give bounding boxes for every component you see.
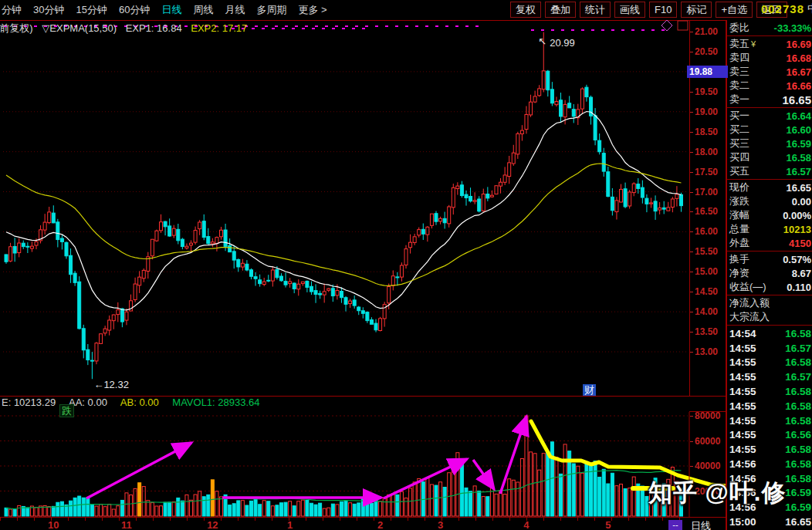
info2-row-0-value: 0.57% xyxy=(783,254,811,265)
month-label-4: 4 xyxy=(523,519,529,530)
tick-price: 16.57 xyxy=(785,343,811,354)
toolbar-button-3[interactable]: 画线 xyxy=(614,2,645,18)
tick-row-6: 14:5516.58 xyxy=(727,414,812,428)
volume-axis-label: 40000 xyxy=(695,461,720,471)
tick-time: 14:56 xyxy=(729,458,756,470)
ask-row-5[interactable]: 卖五¥16.69 xyxy=(727,37,812,51)
month-label-2: 2 xyxy=(377,519,383,530)
tick-row-3: 14:5516.57 xyxy=(727,370,812,384)
event-marker-finance[interactable]: 财 xyxy=(583,384,596,396)
price-axis-label: 21.00 xyxy=(695,26,718,37)
candlestick-chart[interactable]: (前复权) ▽EXPMA(15,50) EXP1: 16.84 EXP2: 17… xyxy=(0,20,690,396)
tick-row-8: 14:5516.58 xyxy=(727,442,812,457)
volume-aa-value: AA: 0.00 xyxy=(69,397,107,408)
price-tick xyxy=(690,211,693,212)
indicator-name: ▽EXPMA(15,50) xyxy=(42,22,117,34)
bid-row-1[interactable]: 买一16.64 xyxy=(727,109,812,123)
info-section-1: 现价16.65涨跌0.00涨幅0.00%总量10213外盘4150 xyxy=(727,180,812,251)
tab-period-4[interactable]: 日线 xyxy=(161,3,181,17)
price-axis-label: 14.50 xyxy=(695,286,718,297)
price-axis-label: 15.50 xyxy=(695,246,718,257)
info2-row-0-label: 换手 xyxy=(729,252,749,266)
month-label-3: 3 xyxy=(438,519,443,530)
mavol1-value: MAVOL1: 28933.64 xyxy=(172,397,259,408)
tick-row-13: 15:0016.65 xyxy=(727,515,812,529)
bid-row-2[interactable]: 买二16.60 xyxy=(727,123,812,137)
ask-row-3-value: 16.67 xyxy=(786,66,811,78)
volume-tick xyxy=(690,466,693,467)
info1-row-2-label: 涨幅 xyxy=(729,208,749,222)
toolbar-button-5[interactable]: 标记 xyxy=(681,2,712,18)
volume-axis-label: 60000 xyxy=(695,436,720,447)
corner-indicator[interactable]: -- xyxy=(668,520,682,530)
panel-link-0[interactable]: 净流入额 xyxy=(727,296,812,310)
tick-price: 16.58 xyxy=(785,473,811,484)
toolbar-button-6[interactable]: +自选 xyxy=(716,2,753,18)
axis-divider xyxy=(689,411,726,412)
bid-row-5[interactable]: 买五16.57 xyxy=(727,164,812,178)
tick-time: 15:00 xyxy=(729,516,756,528)
price-axis-label: 13.50 xyxy=(695,326,718,337)
tick-price: 16.56 xyxy=(785,429,811,441)
tab-period-5[interactable]: 周线 xyxy=(193,3,213,17)
tick-row-9: 14:5616.58 xyxy=(727,457,812,471)
tick-price: 16.65 xyxy=(785,516,811,528)
toolbar-button-0[interactable]: 复权 xyxy=(510,2,541,18)
currency-flag-icon: ¥ xyxy=(751,39,756,49)
panel-link-1[interactable]: 大宗流入 xyxy=(727,310,812,324)
ask-row-1[interactable]: 卖一16.65 xyxy=(727,93,812,106)
corner-period-label[interactable]: 日线 xyxy=(691,519,711,530)
info1-row-4-label: 外盘 xyxy=(729,236,749,250)
price-axis-label: 17.50 xyxy=(695,167,718,177)
stock-code: 002738 xyxy=(761,2,804,15)
volume-tick xyxy=(690,441,693,442)
toolbar-button-4[interactable]: F10 xyxy=(649,2,677,18)
info2-row-2: 收益(—)0.110 xyxy=(727,280,812,294)
adjust-mode-label: (前复权) xyxy=(0,22,33,34)
event-marker-down[interactable]: 跌 xyxy=(59,404,74,417)
tick-row-1: 14:5516.57 xyxy=(727,341,812,356)
price-axis-label: 18.00 xyxy=(695,147,718,157)
bid-row-3-label: 买三 xyxy=(729,137,749,150)
price-tick xyxy=(690,92,693,93)
tick-time: 14:55 xyxy=(729,371,756,383)
ask-row-2[interactable]: 卖二16.66 xyxy=(727,79,812,93)
price-tick xyxy=(690,52,693,52)
toolbar-button-2[interactable]: 统计 xyxy=(580,2,611,18)
info1-row-2: 涨幅0.00% xyxy=(727,208,812,222)
tick-time: 14:55 xyxy=(729,444,756,455)
bid-row-1-value: 16.64 xyxy=(786,110,811,122)
price-tick xyxy=(690,231,693,232)
bid-row-4-label: 买四 xyxy=(729,150,749,164)
weibi-row-label: 委比 xyxy=(729,21,749,35)
ask-row-4[interactable]: 卖四16.68 xyxy=(727,51,812,65)
price-tick xyxy=(690,112,693,113)
ask-row-3[interactable]: 卖三16.67 xyxy=(727,65,812,79)
price-tick xyxy=(690,132,693,133)
weibi-row: 委比-33.33% xyxy=(727,21,812,35)
bid-row-4-value: 16.58 xyxy=(786,152,811,164)
toolbar-button-1[interactable]: 叠加 xyxy=(545,2,576,18)
month-label-5: 5 xyxy=(605,519,611,530)
svg-text:20.99: 20.99 xyxy=(550,37,575,49)
tab-period-7[interactable]: 多周期 xyxy=(256,3,286,17)
tab-period-0[interactable]: 分钟 xyxy=(2,3,22,17)
price-axis-label: 15.00 xyxy=(695,266,718,277)
ask-row-5-value: 16.69 xyxy=(786,39,811,50)
tab-period-1[interactable]: 30分钟 xyxy=(33,3,64,17)
ask-row-1-label: 卖一 xyxy=(729,93,749,106)
tab-period-6[interactable]: 月线 xyxy=(225,3,245,17)
tab-period-2[interactable]: 15分钟 xyxy=(76,3,107,17)
tab-period-8[interactable]: 更多 > xyxy=(298,3,326,17)
ask-row-4-value: 16.68 xyxy=(786,52,811,64)
bid-row-4[interactable]: 买四16.58 xyxy=(727,150,812,164)
volume-chart[interactable] xyxy=(0,412,729,517)
tab-period-3[interactable]: 60分钟 xyxy=(119,3,150,17)
tick-price: 16.58 xyxy=(785,415,811,427)
price-tick xyxy=(690,251,693,252)
bid-row-3[interactable]: 买三16.59 xyxy=(727,137,812,150)
price-axis-label: 14.00 xyxy=(695,306,718,317)
weibi-row-value: -33.33% xyxy=(774,22,811,34)
price-axis-label: 20.50 xyxy=(695,46,718,57)
price-axis-label: 18.50 xyxy=(695,127,718,137)
